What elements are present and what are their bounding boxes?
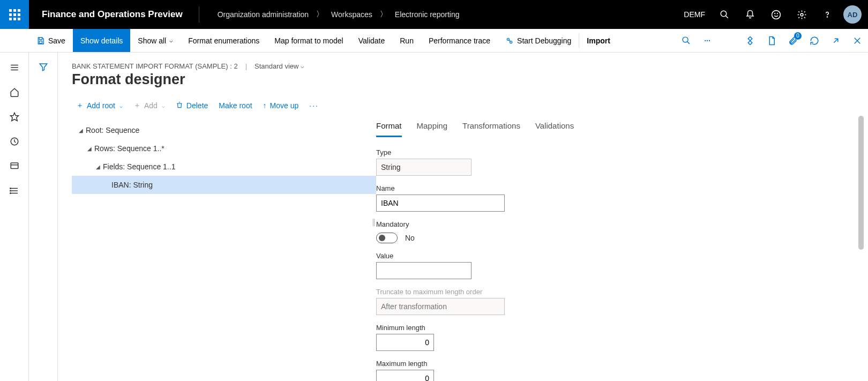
popout-button[interactable] <box>825 29 847 52</box>
show-all-button[interactable]: Show all ⌵ <box>130 29 181 52</box>
save-button[interactable]: Save <box>29 29 73 52</box>
trash-icon <box>176 101 183 110</box>
page-icon-button[interactable] <box>761 29 782 52</box>
mandatory-toggle[interactable] <box>376 233 398 243</box>
page-header: BANK STATEMENT IMPORT FORMAT (SAMPLE) : … <box>58 53 864 92</box>
save-label: Save <box>48 36 65 45</box>
close-button[interactable] <box>847 29 868 52</box>
import-button[interactable]: Import <box>579 29 618 52</box>
tree-node-root[interactable]: ◢ Root: Sequence <box>72 121 376 139</box>
topbar-separator <box>199 6 199 23</box>
tree-node-iban[interactable]: IBAN: String <box>72 176 376 194</box>
caret-down-icon[interactable]: ◢ <box>76 128 86 133</box>
refresh-button[interactable] <box>804 29 825 52</box>
run-button[interactable]: Run <box>392 29 421 52</box>
format-enumerations-button[interactable]: Format enumerations <box>181 29 267 52</box>
breadcrumb-item[interactable]: Workspaces <box>331 10 372 19</box>
save-icon <box>36 36 45 45</box>
type-value[interactable]: String <box>376 159 472 176</box>
notifications-icon[interactable] <box>737 0 763 29</box>
truncate-label: Truncate to maximum length order <box>376 288 515 296</box>
scrollbar[interactable] <box>858 116 864 250</box>
divider: | <box>245 62 247 70</box>
top-right-icons: DEMF AD <box>677 0 868 29</box>
svg-point-6 <box>827 17 827 17</box>
tab-mapping[interactable]: Mapping <box>417 117 448 137</box>
start-debugging-button[interactable]: Start Debugging <box>498 29 579 52</box>
breadcrumb: Organization administration 〉 Workspaces… <box>203 10 460 19</box>
map-format-to-model-button[interactable]: Map format to model <box>267 29 350 52</box>
more-tree-actions-button[interactable]: ··· <box>305 98 323 113</box>
command-bar: Save Show details Show all ⌵ Format enum… <box>0 29 868 53</box>
help-icon[interactable] <box>814 0 840 29</box>
breadcrumb-item[interactable]: Electronic reporting <box>395 10 460 19</box>
svg-point-24 <box>10 188 11 189</box>
chevron-down-icon: ⌵ <box>162 103 165 109</box>
home-icon[interactable] <box>9 87 20 98</box>
field-truncate: Truncate to maximum length order After t… <box>376 288 515 315</box>
field-min-length: Minimum length <box>376 324 515 351</box>
star-icon[interactable] <box>9 111 20 122</box>
find-button[interactable] <box>675 29 697 52</box>
breadcrumb-item[interactable]: Organization administration <box>218 10 309 19</box>
tab-validations[interactable]: Validations <box>535 117 574 137</box>
format-tree: ◢ Root: Sequence ◢ Rows: Sequence 1..* ◢… <box>72 116 376 381</box>
config-breadcrumb: BANK STATEMENT IMPORT FORMAT (SAMPLE) : … <box>72 62 238 70</box>
tab-transformations[interactable]: Transformations <box>462 117 520 137</box>
pane-splitter[interactable]: ‖ <box>372 218 376 227</box>
add-root-button[interactable]: ＋ Add root ⌵ <box>72 98 127 114</box>
min-length-input[interactable] <box>376 334 434 351</box>
show-details-button[interactable]: Show details <box>73 29 130 52</box>
delete-button[interactable]: Delete <box>171 98 212 114</box>
max-length-input[interactable] <box>376 370 434 381</box>
chevron-right-icon: 〉 <box>380 10 387 19</box>
attachments-button[interactable]: 0 <box>782 29 804 52</box>
hamburger-icon[interactable] <box>9 62 20 73</box>
filter-icon <box>39 62 48 72</box>
search-icon[interactable] <box>712 0 737 29</box>
view-label: Standard view <box>255 62 298 70</box>
company-label[interactable]: DEMF <box>677 10 712 19</box>
name-input[interactable] <box>376 195 505 212</box>
diamond-icon-button[interactable] <box>739 29 761 52</box>
performance-trace-button[interactable]: Performance trace <box>421 29 498 52</box>
caret-down-icon[interactable]: ◢ <box>85 146 94 152</box>
tab-format[interactable]: Format <box>376 117 402 137</box>
more-commands-button[interactable]: ··· <box>697 29 718 52</box>
tree-node-rows[interactable]: ◢ Rows: Sequence 1..* <box>72 139 376 158</box>
make-root-button[interactable]: Make root <box>214 98 256 113</box>
page-title: Format designer <box>72 71 864 88</box>
value-label: Value <box>376 252 515 260</box>
svg-point-4 <box>777 13 777 13</box>
gear-icon[interactable] <box>789 0 814 29</box>
caret-down-icon[interactable]: ◢ <box>93 164 103 170</box>
svg-rect-19 <box>11 163 18 169</box>
app-launcher-button[interactable] <box>0 0 29 29</box>
smiley-icon[interactable] <box>763 0 789 29</box>
field-mandatory: Mandatory No <box>376 220 515 243</box>
chevron-down-icon: ⌵ <box>301 63 304 70</box>
value-input[interactable] <box>376 262 472 279</box>
avatar-initials: AD <box>848 11 858 19</box>
truncate-value: After transformation <box>376 298 505 315</box>
workspace-icon[interactable] <box>9 161 20 171</box>
svg-point-3 <box>774 13 775 13</box>
properties-tabs: Format Mapping Transformations Validatio… <box>376 116 864 138</box>
max-length-label: Maximum length <box>376 360 515 368</box>
filter-pane-toggle[interactable] <box>29 53 58 381</box>
svg-point-0 <box>721 11 727 17</box>
plus-icon: ＋ <box>133 101 141 110</box>
validate-button[interactable]: Validate <box>351 29 393 52</box>
tree-node-fields[interactable]: ◢ Fields: Sequence 1..1 <box>72 158 376 176</box>
field-max-length: Maximum length <box>376 360 515 381</box>
move-up-button[interactable]: ↑ Move up <box>259 98 303 113</box>
recent-icon[interactable] <box>9 136 20 147</box>
attachments-badge: 0 <box>794 32 802 40</box>
svg-line-11 <box>687 42 689 44</box>
waffle-icon <box>9 9 20 20</box>
avatar[interactable]: AD <box>843 5 862 24</box>
add-button: ＋ Add ⌵ <box>129 98 169 114</box>
modules-icon[interactable] <box>9 185 20 196</box>
view-selector[interactable]: Standard view ⌵ <box>255 62 304 70</box>
left-nav-rail <box>0 53 29 381</box>
